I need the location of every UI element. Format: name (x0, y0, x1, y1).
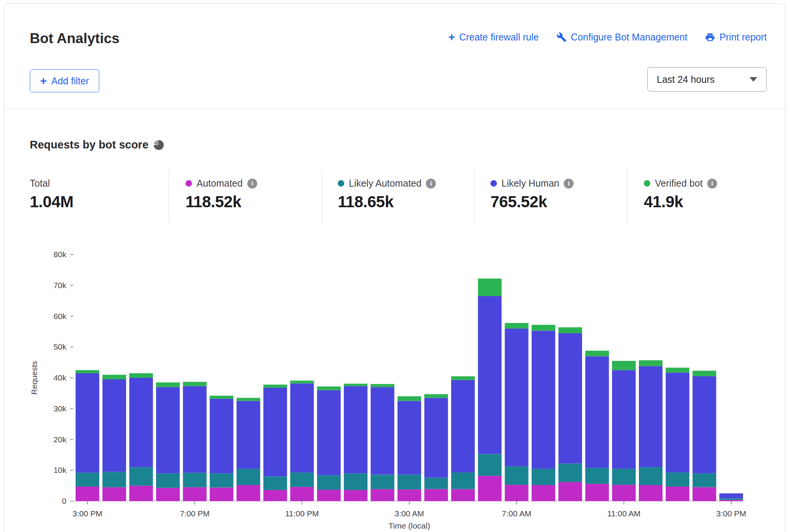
printer-icon (705, 32, 715, 42)
bar-segment (263, 476, 287, 490)
bar-segment (129, 467, 153, 486)
wrench-icon (556, 32, 567, 42)
bar-segment (693, 473, 716, 487)
create-firewall-rule-label: Create firewall rule (459, 32, 538, 43)
bar-segment (183, 487, 206, 501)
print-report-link[interactable]: Print report (705, 32, 767, 43)
stat-divider (627, 168, 627, 224)
likely-automated-legend-dot (338, 180, 344, 187)
stat-likely-automated-value: 118.65k (338, 193, 436, 211)
info-icon[interactable]: i (564, 179, 574, 189)
bar-segment (719, 498, 743, 500)
bar-segment (451, 489, 475, 501)
bar-segment (263, 490, 287, 501)
svg-text:10k: 10k (53, 466, 66, 474)
bot-score-chart: 010k20k30k40k50k60k70k80k3:00 PM7:00 PM1… (4, 233, 786, 532)
bar-segment (183, 386, 206, 473)
bar-segment (505, 329, 529, 466)
time-range-dropdown[interactable]: Last 24 hours (647, 67, 767, 92)
stat-verified-bot-label: Verified bot (655, 178, 703, 189)
stat-verified-bot: Verified bot i 41.9k (644, 178, 717, 211)
bar-segment (666, 372, 689, 472)
bar-segment (263, 385, 287, 388)
svg-text:Time (local): Time (local) (389, 521, 430, 530)
stat-divider (169, 168, 169, 224)
verified-bot-legend-dot (644, 180, 650, 187)
bar-segment (693, 487, 716, 501)
bar-segment (183, 473, 206, 487)
bar-segment (102, 487, 126, 501)
bar-segment (371, 387, 394, 474)
svg-text:80k: 80k (53, 250, 66, 259)
bar-segment (558, 333, 582, 464)
bar-segment (585, 468, 609, 484)
svg-text:11:00 PM: 11:00 PM (285, 509, 319, 518)
svg-text:40k: 40k (53, 373, 66, 382)
header-actions: + Create firewall rule Configure Bot Man… (448, 31, 767, 43)
bar-segment (76, 473, 99, 487)
bar-segment (585, 351, 609, 356)
bar-segment (76, 370, 99, 373)
bar-segment (237, 469, 260, 485)
pie-chart-icon (154, 140, 164, 150)
bar-segment (693, 376, 716, 473)
header-divider (4, 109, 785, 109)
bar-segment (558, 482, 582, 501)
svg-text:7:00 AM: 7:00 AM (502, 509, 531, 518)
bar-segment (156, 382, 180, 387)
bar-segment (612, 370, 636, 469)
bar-segment (532, 485, 555, 501)
info-icon[interactable]: i (247, 179, 257, 189)
create-firewall-rule-link[interactable]: + Create firewall rule (448, 31, 539, 43)
bar-segment (424, 478, 448, 489)
add-filter-button[interactable]: + Add filter (30, 69, 99, 92)
bar-segment (237, 485, 260, 501)
bar-segment (317, 387, 341, 390)
bar-segment (129, 486, 153, 501)
bar-segment (612, 485, 636, 501)
bar-segment (505, 466, 529, 485)
bar-segment (210, 396, 234, 399)
svg-text:Requests: Requests (30, 361, 39, 395)
bar-segment (666, 368, 689, 372)
bar-segment (719, 500, 743, 501)
stat-verified-bot-value: 41.9k (644, 193, 717, 211)
svg-text:3:00 AM: 3:00 AM (395, 509, 424, 518)
info-icon[interactable]: i (707, 179, 717, 189)
bar-segment (317, 490, 341, 501)
time-range-value: Last 24 hours (657, 74, 715, 85)
bar-segment (290, 472, 314, 487)
bar-segment (344, 384, 368, 386)
stat-likely-automated: Likely Automated i 118.65k (338, 178, 436, 211)
info-icon[interactable]: i (426, 179, 436, 189)
bar-segment (183, 382, 206, 386)
svg-text:20k: 20k (53, 435, 66, 444)
bar-segment (398, 475, 421, 490)
stat-automated-label: Automated (197, 178, 243, 189)
stat-likely-human: Likely Human i 765.52k (490, 178, 574, 211)
bar-segment (719, 493, 743, 498)
svg-text:11:00 AM: 11:00 AM (607, 509, 640, 518)
bar-segment (585, 356, 609, 468)
bar-segment (76, 487, 99, 501)
bar-segment (371, 489, 394, 501)
bar-segment (344, 490, 368, 501)
bar-segment (478, 279, 501, 296)
svg-text:7:00 PM: 7:00 PM (180, 509, 210, 518)
bar-segment (129, 373, 153, 378)
bar-segment (156, 473, 180, 488)
bar-segment (102, 375, 126, 379)
bar-segment (639, 366, 663, 467)
svg-text:50k: 50k (53, 342, 66, 351)
bar-segment (451, 380, 475, 472)
stat-total-value: 1.04M (30, 193, 73, 211)
bar-segment (558, 464, 582, 482)
stat-automated: Automated i 118.52k (185, 178, 257, 211)
bar-segment (210, 488, 234, 501)
bar-segment (666, 487, 689, 501)
svg-text:3:00 PM: 3:00 PM (716, 509, 746, 518)
configure-bot-management-label: Configure Bot Management (571, 32, 688, 43)
bar-segment (585, 484, 609, 501)
configure-bot-management-link[interactable]: Configure Bot Management (556, 32, 688, 43)
bar-segment (612, 469, 636, 485)
